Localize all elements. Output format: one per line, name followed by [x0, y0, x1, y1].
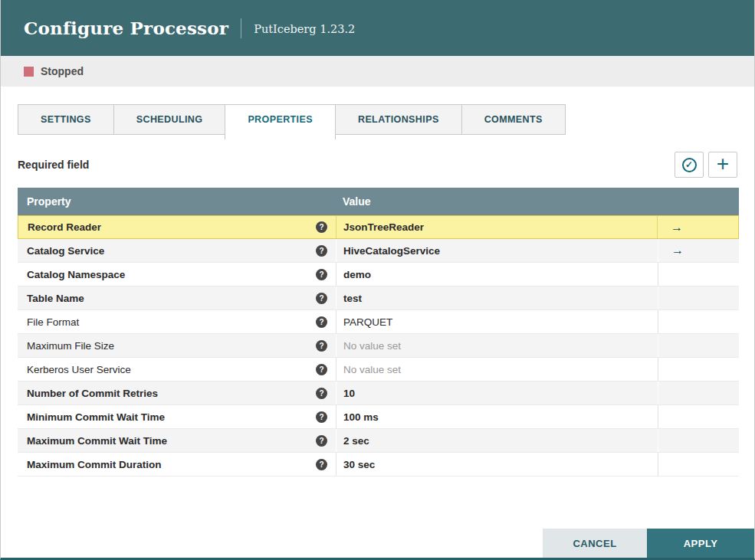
property-name: Minimum Commit Wait Time	[27, 411, 165, 423]
table-row[interactable]: Maximum Commit Wait Time ? 2 sec	[18, 429, 739, 453]
help-icon[interactable]: ?	[316, 245, 327, 257]
property-value: test	[343, 293, 362, 304]
property-value: PARQUET	[343, 316, 392, 328]
add-property-button[interactable]: +	[708, 152, 737, 178]
property-value: HiveCatalogService	[343, 245, 440, 257]
property-cell: Maximum Commit Duration ?	[18, 453, 336, 476]
arrow-cell	[658, 310, 739, 333]
table-row[interactable]: Maximum Commit Duration ? 30 sec	[18, 453, 739, 476]
arrow-cell	[658, 334, 739, 357]
table-row[interactable]: Minimum Commit Wait Time ? 100 ms	[18, 405, 739, 429]
status-bar: Stopped	[1, 56, 754, 87]
goto-service-arrow[interactable]: →	[671, 244, 684, 257]
table-row[interactable]: File Format ? PARQUET	[18, 310, 739, 334]
arrow-cell	[658, 263, 739, 286]
tab-scheduling[interactable]: SCHEDULING	[113, 104, 226, 135]
table-body: Record Reader ? JsonTreeReader → Catalog…	[18, 215, 739, 476]
table-row[interactable]: Table Name ? test	[18, 287, 739, 310]
help-icon[interactable]: ?	[316, 411, 327, 423]
value-cell[interactable]: 10	[336, 382, 658, 404]
value-cell[interactable]: 100 ms	[336, 405, 658, 428]
properties-toolbar: Required field ✓ +	[18, 152, 737, 178]
help-icon[interactable]: ?	[316, 388, 327, 399]
tab-properties[interactable]: PROPERTIES	[225, 104, 336, 139]
help-icon[interactable]: ?	[316, 459, 327, 470]
table-row[interactable]: Catalog Namespace ? demo	[18, 263, 739, 287]
configure-processor-dialog: Configure Processor PutIceberg 1.23.2 St…	[0, 0, 755, 560]
tab-settings[interactable]: SETTINGS	[18, 104, 114, 135]
arrow-cell	[658, 287, 739, 309]
value-cell[interactable]: No value set	[336, 334, 658, 357]
table-row[interactable]: Record Reader ? JsonTreeReader →	[18, 215, 739, 239]
property-cell: Minimum Commit Wait Time ?	[18, 405, 336, 428]
property-cell: Maximum Commit Wait Time ?	[18, 429, 336, 452]
plus-icon: +	[717, 153, 729, 175]
property-cell: Maximum File Size ?	[18, 334, 336, 357]
property-value: 30 sec	[343, 459, 375, 470]
arrow-cell	[658, 382, 739, 404]
value-cell[interactable]: HiveCatalogService	[336, 239, 658, 262]
property-cell: File Format ?	[18, 310, 336, 333]
processor-name-version: PutIceberg 1.23.2	[254, 21, 355, 35]
help-icon[interactable]: ?	[316, 435, 327, 447]
property-cell: Catalog Service ?	[18, 239, 336, 262]
property-cell: Number of Commit Retries ?	[18, 382, 336, 404]
arrow-cell	[658, 429, 739, 452]
value-cell[interactable]: PARQUET	[336, 310, 658, 333]
verify-properties-button[interactable]: ✓	[675, 152, 704, 178]
property-cell: Catalog Namespace ?	[18, 263, 336, 286]
property-name: Record Reader	[28, 221, 101, 233]
table-header-row: Property Value	[18, 188, 739, 215]
property-name: Maximum Commit Duration	[27, 459, 162, 470]
help-icon[interactable]: ?	[316, 316, 327, 328]
property-value: 2 sec	[343, 435, 369, 447]
goto-service-arrow[interactable]: →	[671, 221, 683, 234]
apply-button[interactable]: APPLY	[647, 529, 754, 558]
toolbar-actions: ✓ +	[675, 152, 737, 178]
property-name: Number of Commit Retries	[27, 388, 158, 399]
property-value: 100 ms	[343, 411, 379, 423]
table-row[interactable]: Number of Commit Retries ? 10	[18, 382, 739, 405]
value-cell[interactable]: demo	[336, 263, 658, 286]
property-value: 10	[343, 388, 355, 399]
property-value: No value set	[343, 364, 401, 375]
table-row[interactable]: Kerberos User Service ? No value set	[18, 358, 739, 382]
arrow-cell	[658, 453, 739, 476]
property-name: Table Name	[27, 293, 84, 304]
tab-comments[interactable]: COMMENTS	[461, 104, 566, 135]
help-icon[interactable]: ?	[316, 340, 327, 352]
required-field-label: Required field	[18, 159, 89, 171]
help-icon[interactable]: ?	[316, 269, 327, 280]
property-name: Kerberos User Service	[27, 364, 131, 375]
dialog-footer: CANCEL APPLY	[543, 529, 754, 558]
tab-relationships[interactable]: RELATIONSHIPS	[335, 104, 462, 135]
tab-bar: SETTINGSSCHEDULINGPROPERTIESRELATIONSHIP…	[18, 104, 737, 139]
property-value: JsonTreeReader	[343, 221, 424, 233]
property-cell: Record Reader ?	[18, 216, 336, 238]
value-cell[interactable]: test	[336, 287, 658, 309]
table-row[interactable]: Catalog Service ? HiveCatalogService →	[18, 239, 739, 263]
value-cell[interactable]: No value set	[336, 358, 658, 381]
properties-table: Property Value Record Reader ? JsonTreeR…	[18, 188, 739, 476]
dialog-title: Configure Processor	[24, 18, 228, 38]
arrow-cell: →	[658, 239, 739, 262]
table-row[interactable]: Maximum File Size ? No value set	[18, 334, 739, 358]
arrow-cell	[658, 405, 739, 428]
property-cell: Kerberos User Service ?	[18, 358, 336, 381]
dialog-body: SETTINGSSCHEDULINGPROPERTIESRELATIONSHIP…	[1, 87, 754, 476]
cancel-button[interactable]: CANCEL	[543, 529, 647, 558]
stopped-status-icon	[24, 67, 34, 77]
property-name: Maximum Commit Wait Time	[27, 435, 167, 447]
help-icon[interactable]: ?	[316, 293, 327, 304]
value-cell[interactable]: 30 sec	[336, 453, 658, 476]
value-cell[interactable]: 2 sec	[336, 429, 658, 452]
dialog-header: Configure Processor PutIceberg 1.23.2	[1, 0, 754, 56]
arrow-cell	[658, 358, 739, 381]
help-icon[interactable]: ?	[316, 221, 327, 233]
help-icon[interactable]: ?	[316, 364, 327, 375]
value-cell[interactable]: JsonTreeReader	[336, 216, 657, 238]
status-label: Stopped	[41, 65, 84, 77]
property-value: demo	[343, 269, 371, 280]
property-name: File Format	[27, 316, 79, 328]
property-value: No value set	[343, 340, 401, 352]
